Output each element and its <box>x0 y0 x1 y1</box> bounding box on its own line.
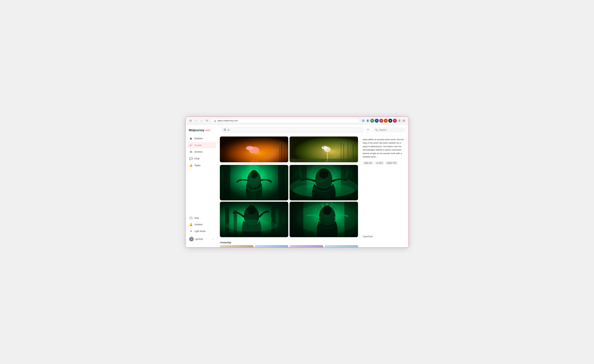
url-text: alpha.midjourney.com <box>218 119 238 122</box>
light-mode-label: Light Mode <box>194 230 205 232</box>
sidebar-item-archive[interactable]: ⊞ Archive <box>187 149 216 155</box>
help-icon: ? <box>189 217 193 219</box>
detail-panel: deep within an ancient elven tomb, the l… <box>360 135 408 247</box>
forward-button[interactable]: → <box>199 119 204 123</box>
sidebar-item-updates[interactable]: 🔔 Updates <box>187 221 216 228</box>
ext-icon-menu[interactable]: ☰ <box>397 119 401 123</box>
browser-extensions: 🌐 👤 M N R ● ◆ ✦ ☰ ⊡ <box>361 119 406 123</box>
gallery-image-lich-1[interactable] <box>220 165 288 200</box>
filter-button[interactable] <box>365 127 371 133</box>
tag-stylize[interactable]: stylize 750 <box>385 161 398 165</box>
svg-point-26 <box>322 146 328 149</box>
gallery-image-flamingo-1[interactable] <box>220 137 288 162</box>
main-header: 🖼 🔍 <box>218 125 408 135</box>
main-content: Yesterday <box>218 135 408 247</box>
user-row[interactable]: o op7418 ··· <box>187 235 216 243</box>
sidebar-item-explore[interactable]: ◉ Explore <box>187 135 216 142</box>
yesterday-grid <box>220 245 358 247</box>
gallery-image-lich-4[interactable] <box>290 202 358 237</box>
search-input[interactable] <box>379 129 398 131</box>
tag-ar[interactable]: ar 16:9 <box>375 161 384 165</box>
help-label: Help <box>194 217 199 219</box>
gallery-area: Yesterday <box>218 135 360 247</box>
image-icon: 🖼 <box>223 128 226 131</box>
yesterday-image-4[interactable] <box>324 245 358 247</box>
ext-icon-1[interactable]: 🌐 <box>361 119 365 123</box>
ext-icon-7[interactable]: ◆ <box>388 119 392 123</box>
gallery-image-lich-2[interactable] <box>290 165 358 200</box>
tag-style-raw[interactable]: style raw <box>363 161 373 165</box>
lock-icon: 🔒 <box>214 119 216 122</box>
svg-point-34 <box>250 170 258 179</box>
ext-icon-8[interactable]: ✦ <box>393 119 397 123</box>
sidebar-logo: Midjourney alpha <box>186 127 218 135</box>
tasks-icon: 👍 <box>189 164 193 167</box>
back-button[interactable]: ← <box>194 119 198 123</box>
username: op7418 <box>195 238 210 240</box>
browser-window: ⊟ ← → ↻ 🔒 alpha.midjourney.com 🌐 👤 M N R… <box>186 117 408 247</box>
ext-icon-5[interactable]: R <box>379 119 383 123</box>
yesterday-image-3[interactable] <box>290 245 323 247</box>
sidebar-item-help[interactable]: ? Help <box>187 215 216 221</box>
avatar-letter: o <box>191 238 192 240</box>
svg-rect-6 <box>228 148 228 162</box>
search-bar[interactable]: 🔍 <box>373 127 405 132</box>
sidebar-nav: ◉ Explore 🖌 Create ⊞ Archive 💬 Chat 👍 <box>186 135 218 213</box>
avatar: o <box>189 237 194 241</box>
svg-rect-64 <box>290 245 323 247</box>
explore-label: Explore <box>194 137 202 140</box>
svg-rect-8 <box>282 144 282 162</box>
sidebar-toggle-button[interactable]: ⊟ <box>188 119 193 123</box>
tasks-label: Tasks <box>194 164 201 167</box>
address-bar[interactable]: 🔒 alpha.midjourney.com <box>211 119 359 123</box>
yesterday-image-1[interactable] <box>220 245 253 247</box>
ext-icon-4[interactable]: N <box>375 119 379 123</box>
svg-rect-31 <box>223 165 230 200</box>
prompt-input-bar[interactable]: 🖼 <box>221 127 363 133</box>
yesterday-section-label: Yesterday <box>220 238 358 245</box>
logo-alpha: alpha <box>205 129 210 131</box>
svg-rect-62 <box>221 245 253 247</box>
svg-point-58 <box>323 205 332 215</box>
sidebar-item-tasks[interactable]: 👍 Tasks <box>187 162 216 169</box>
tags-row: style raw ar 16:9 stylize 750 <box>363 161 406 165</box>
sidebar-bottom: ? Help 🔔 Updates ☀ Light Mode o op7418 ·… <box>186 213 218 245</box>
more-icon[interactable]: ··· <box>212 237 214 241</box>
logo-text: Midjourney <box>189 129 204 132</box>
svg-point-42 <box>331 195 334 200</box>
svg-rect-4 <box>223 147 224 162</box>
gallery-grid-lich <box>220 164 358 238</box>
ext-icon-panel[interactable]: ⊡ <box>402 119 406 123</box>
archive-label: Archive <box>194 150 202 153</box>
gallery-image-lich-3[interactable] <box>220 202 288 237</box>
svg-rect-9 <box>284 147 284 162</box>
svg-rect-27 <box>290 159 358 162</box>
gallery-image-flamingo-2[interactable] <box>290 137 358 162</box>
hyperloop-label: hyperloop <box>363 232 406 239</box>
ext-icon-3[interactable]: M <box>370 119 374 123</box>
svg-point-40 <box>319 168 329 179</box>
sidebar-item-light-mode[interactable]: ☀ Light Mode <box>187 228 216 234</box>
create-icon: 🖌 <box>189 143 193 147</box>
chat-label: Chat <box>194 157 200 160</box>
svg-point-41 <box>314 193 318 200</box>
updates-label: Updates <box>194 223 203 226</box>
prompt-input[interactable] <box>228 128 361 131</box>
svg-rect-63 <box>255 245 288 247</box>
sidebar-item-create[interactable]: 🖌 Create <box>187 142 216 148</box>
detail-description: deep within an ancient elven tomb, the l… <box>363 138 406 159</box>
svg-point-53 <box>226 220 277 232</box>
light-mode-icon: ☀ <box>189 229 193 233</box>
yesterday-image-2[interactable] <box>255 245 288 247</box>
refresh-button[interactable]: ↻ <box>205 119 209 123</box>
ext-icon-6[interactable]: ● <box>384 119 388 123</box>
svg-rect-5 <box>225 145 225 162</box>
ext-icon-2[interactable]: 👤 <box>366 119 370 123</box>
create-label: Create <box>194 144 202 146</box>
svg-point-13 <box>246 146 254 150</box>
svg-rect-7 <box>280 146 280 162</box>
svg-point-54 <box>271 229 275 234</box>
updates-icon: 🔔 <box>189 223 193 226</box>
sidebar-item-chat[interactable]: 💬 Chat <box>187 155 216 162</box>
sidebar: Midjourney alpha ◉ Explore 🖌 Create ⊞ Ar… <box>186 125 218 247</box>
